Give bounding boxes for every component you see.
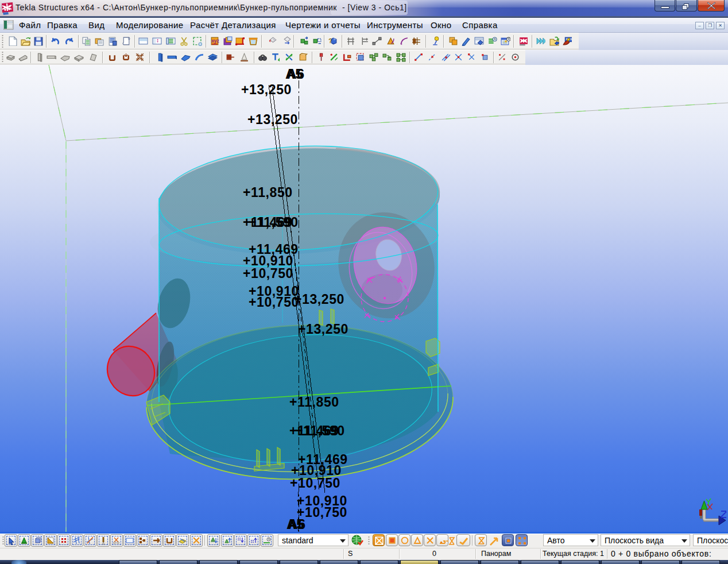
svg-text:xyz: xyz [211, 38, 219, 44]
